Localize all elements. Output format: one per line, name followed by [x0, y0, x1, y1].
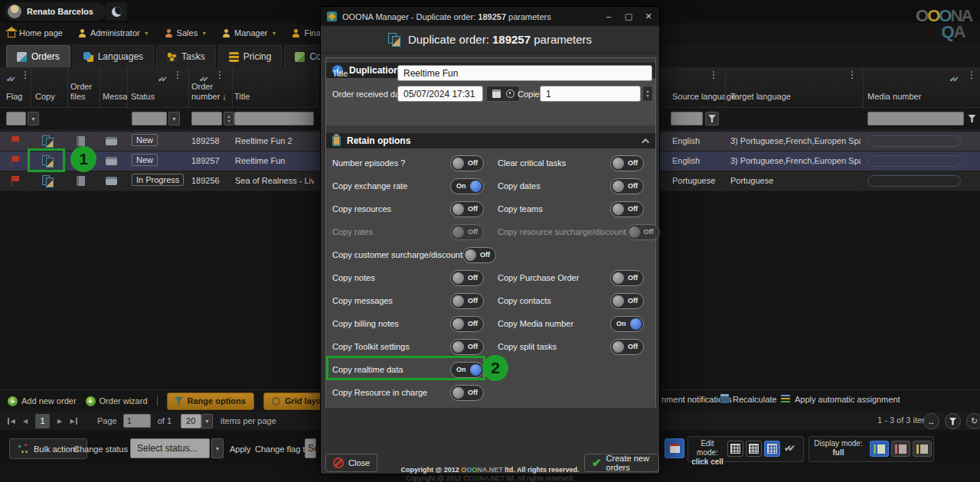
toggle-copy-exchange-rate[interactable]: On: [450, 178, 484, 194]
select-all-icon[interactable]: [949, 71, 956, 85]
column-menu-icon[interactable]: [971, 71, 972, 73]
tab-orders[interactable]: Orders: [6, 45, 70, 67]
calendar-mode-button[interactable]: [665, 438, 684, 458]
toggle-copy-resource-in-charge[interactable]: Off: [450, 385, 484, 401]
select-all-icon[interactable]: [6, 71, 13, 85]
toggle-clear-critical-tasks[interactable]: Off: [610, 155, 644, 171]
order-files-icon[interactable]: [77, 136, 85, 146]
column-menu-icon[interactable]: [24, 71, 26, 73]
order-files-icon[interactable]: [77, 176, 85, 186]
fit-columns-button[interactable]: ↔: [923, 413, 939, 429]
menu-item-home[interactable]: Home page: [8, 28, 63, 37]
close-window-button[interactable]: [644, 11, 653, 21]
display-mode-full-button-active[interactable]: [870, 441, 889, 457]
toggle-copy-billing-notes[interactable]: Off: [450, 316, 484, 332]
messages-icon[interactable]: [106, 137, 117, 145]
toggle-number-episodes[interactable]: Off: [450, 155, 484, 171]
tab-tasks[interactable]: Tasks: [156, 45, 216, 67]
clear-filters-button[interactable]: [945, 413, 961, 429]
page-size-value[interactable]: 20: [181, 414, 201, 428]
column-header-source-language[interactable]: Source language: [672, 92, 736, 102]
current-page-button[interactable]: 1: [35, 414, 50, 428]
source-language-filter-input[interactable]: [671, 112, 703, 125]
column-menu-icon[interactable]: [713, 71, 714, 73]
apply-status-button[interactable]: Apply: [230, 445, 251, 454]
flag-filter-dropdown[interactable]: [28, 112, 39, 125]
toggle-copy-contacts[interactable]: Off: [610, 293, 644, 309]
dialog-title-bar[interactable]: OOONA Manager - Duplicate order: 189257 …: [321, 7, 659, 26]
select-flag-dropdown[interactable]: Se: [305, 438, 316, 458]
menu-item-manager[interactable]: Manager: [222, 28, 276, 37]
select-status-caret[interactable]: [211, 438, 224, 458]
toggle-copy-teams[interactable]: Off: [610, 201, 644, 217]
column-header-media-number[interactable]: Media number: [867, 92, 921, 102]
media-number-filter-button[interactable]: [965, 112, 978, 125]
select-all-icon[interactable]: [158, 71, 165, 85]
edit-mode-cell-button-active[interactable]: [764, 441, 780, 457]
menu-item-sales[interactable]: Sales: [165, 28, 207, 37]
previous-page-button[interactable]: ◀: [18, 414, 32, 428]
column-menu-icon[interactable]: [851, 71, 853, 73]
next-page-button[interactable]: ▶: [53, 414, 67, 428]
add-new-order-button[interactable]: Add new order: [8, 396, 77, 406]
toggle-copy-notes[interactable]: Off: [450, 270, 484, 286]
order-number-filter-input[interactable]: [191, 112, 222, 125]
page-number-input[interactable]: [123, 414, 151, 428]
range-options-button[interactable]: Range options: [167, 392, 254, 410]
user-profile[interactable]: Renato Barcelos: [5, 2, 106, 21]
theme-toggle-button[interactable]: [106, 2, 127, 21]
column-header-title[interactable]: Title: [234, 92, 250, 102]
toggle-copy-toolkit-settings[interactable]: Off: [450, 339, 484, 355]
messages-icon[interactable]: [106, 177, 117, 185]
menu-item-administrator[interactable]: Administrator: [78, 28, 149, 37]
flag-filter-input[interactable]: [6, 112, 26, 125]
collapse-chevron-icon[interactable]: [642, 138, 649, 145]
retain-options-section-header[interactable]: Retain options: [326, 133, 655, 148]
toggle-copy-purchase-order[interactable]: Off: [610, 270, 644, 286]
media-number-filter-input[interactable]: [867, 112, 964, 125]
toggle-copy-dates[interactable]: Off: [610, 178, 644, 194]
calendar-icon[interactable]: [492, 90, 501, 98]
clock-icon[interactable]: [506, 90, 514, 98]
column-menu-icon[interactable]: [219, 71, 220, 73]
edit-mode-grid-button[interactable]: [727, 441, 743, 457]
title-field-input[interactable]: [397, 65, 652, 81]
messages-icon[interactable]: [106, 157, 117, 165]
display-mode-minimal-button[interactable]: [913, 441, 932, 457]
title-filter-input[interactable]: [234, 112, 314, 125]
last-page-button[interactable]: ▶: [67, 414, 80, 428]
first-page-button[interactable]: ◀: [5, 414, 18, 428]
confirm-edits-icon[interactable]: [784, 443, 792, 454]
edit-mode-select-button[interactable]: [746, 441, 762, 457]
source-language-filter-button[interactable]: [705, 112, 719, 125]
minimize-button[interactable]: [604, 11, 613, 21]
tab-pricing[interactable]: Pricing: [218, 45, 283, 67]
status-filter-input[interactable]: [132, 112, 167, 125]
column-menu-icon[interactable]: [177, 71, 178, 73]
toggle-copy-customer-surcharge[interactable]: Off: [462, 247, 496, 263]
toggle-copy-media-number[interactable]: On: [610, 316, 644, 332]
status-filter-dropdown[interactable]: [168, 112, 180, 125]
toggle-copy-resources[interactable]: Off: [450, 201, 484, 217]
apply-automatic-assignment-button[interactable]: Apply automatic assignment: [795, 395, 900, 404]
column-header-copy[interactable]: Copy: [35, 92, 55, 102]
date-time-picker-buttons[interactable]: [486, 86, 520, 102]
column-header-order-files[interactable]: Order files: [70, 82, 98, 102]
order-wizard-button[interactable]: Order wizard: [86, 396, 148, 406]
tab-languages[interactable]: Languages: [73, 45, 154, 67]
refresh-button[interactable]: ↻: [966, 413, 980, 429]
page-size-dropdown[interactable]: [201, 414, 213, 428]
display-mode-compact-button[interactable]: [891, 441, 910, 457]
column-header-target-language[interactable]: Target language: [730, 92, 791, 102]
order-received-date-input[interactable]: [397, 86, 483, 102]
column-header-status[interactable]: Status: [131, 92, 155, 102]
select-status-dropdown[interactable]: Select status...: [130, 438, 210, 458]
recalculate-button[interactable]: Recalculate: [733, 395, 776, 404]
column-header-flag[interactable]: Flag: [6, 92, 22, 102]
copies-stepper[interactable]: [642, 86, 653, 102]
maximize-button[interactable]: [624, 11, 633, 21]
copies-field-input[interactable]: [540, 86, 641, 102]
order-number-filter-stepper[interactable]: [224, 112, 234, 125]
toggle-copy-split-tasks[interactable]: Off: [610, 339, 644, 355]
toggle-copy-messages[interactable]: Off: [450, 293, 484, 309]
